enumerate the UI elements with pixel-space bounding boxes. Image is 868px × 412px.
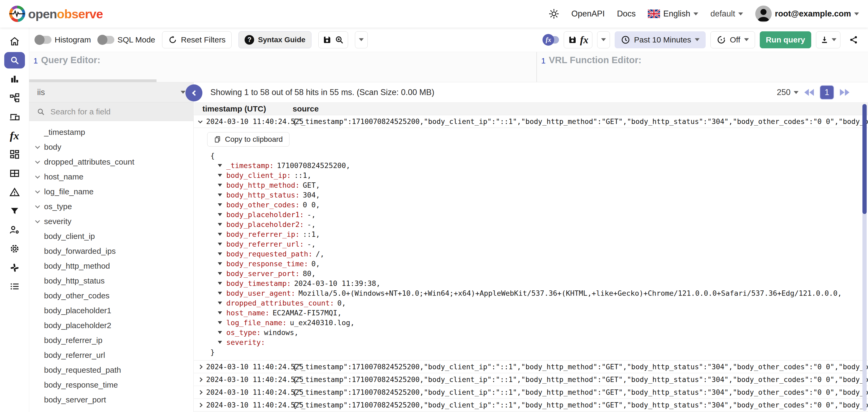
field-item-body_referrer_url[interactable]: body_referrer_url xyxy=(29,348,193,363)
histogram-toggle[interactable]: Histogram xyxy=(35,35,91,44)
field-item-body_forwarded_ips[interactable]: body_forwarded_ips xyxy=(29,244,193,259)
expand-triangle-icon[interactable] xyxy=(218,233,222,236)
expand-triangle-icon[interactable] xyxy=(218,223,222,226)
log-row[interactable]: 2024-03-10 11:40:24.525{"_timestamp":171… xyxy=(194,386,868,399)
field-item-os_type[interactable]: os_type xyxy=(29,199,193,214)
editor-scrollbar[interactable] xyxy=(29,79,156,82)
auto-refresh-button[interactable]: Off xyxy=(710,31,755,48)
user-menu[interactable]: root@example.com xyxy=(755,6,859,22)
share-button[interactable] xyxy=(845,31,862,48)
chevron-right-icon[interactable] xyxy=(194,365,206,369)
first-page-button[interactable] xyxy=(804,89,814,96)
expand-triangle-icon[interactable] xyxy=(218,321,222,324)
field-item-body_requested_path[interactable]: body_requested_path xyxy=(29,363,193,378)
copy-to-clipboard-button[interactable]: Copy to clipboard xyxy=(207,132,289,147)
saved-search-group[interactable] xyxy=(318,31,348,48)
expand-triangle-icon[interactable] xyxy=(218,301,222,304)
expand-triangle-icon[interactable] xyxy=(218,253,222,255)
field-item-dropped_attributes_count[interactable]: dropped_attributes_count xyxy=(29,154,193,169)
expand-triangle-icon[interactable] xyxy=(218,341,222,344)
page-size-select[interactable]: 250 xyxy=(777,88,799,97)
field-item-log_file_name[interactable]: log_file_name xyxy=(29,184,193,199)
saved-search-dropdown[interactable] xyxy=(355,31,368,48)
time-range-button[interactable]: Past 10 Minutes xyxy=(615,31,706,48)
log-row-expanded[interactable]: 2024-03-10 11:40:24.525 {"_timestamp":17… xyxy=(194,115,868,128)
expand-triangle-icon[interactable] xyxy=(218,312,222,314)
field-item-body_http_method[interactable]: body_http_method xyxy=(29,259,193,273)
expand-triangle-icon[interactable] xyxy=(218,184,222,187)
sidebar-item-settings[interactable] xyxy=(0,239,29,258)
chevron-right-icon[interactable] xyxy=(194,404,206,407)
chevron-down-icon[interactable] xyxy=(33,161,41,163)
function-editor-toggle[interactable]: fx xyxy=(544,36,559,43)
query-editor[interactable]: 1 Query Editor: xyxy=(29,52,536,82)
chevron-down-icon[interactable] xyxy=(33,146,41,148)
sidebar-item-logs-search[interactable] xyxy=(0,51,29,69)
field-item-_timestamp[interactable]: _timestamp xyxy=(29,125,193,140)
expand-triangle-icon[interactable] xyxy=(218,262,222,265)
field-item-body[interactable]: body xyxy=(29,140,193,154)
field-item-host_name[interactable]: host_name xyxy=(29,169,193,184)
log-row[interactable]: 2024-03-10 11:40:24.525{"_timestamp":171… xyxy=(194,373,868,386)
sidebar-item-metrics[interactable] xyxy=(0,69,29,88)
sidebar-item-streams[interactable] xyxy=(0,164,29,183)
chevron-down-icon[interactable] xyxy=(33,220,41,223)
sql-mode-toggle[interactable]: SQL Mode xyxy=(98,35,155,44)
vrl-function-editor[interactable]: 1 VRL Function Editor: xyxy=(536,52,868,82)
reset-filters-button[interactable]: Reset Filters xyxy=(162,31,231,48)
chevron-down-icon[interactable] xyxy=(194,120,206,123)
chevron-right-icon[interactable] xyxy=(194,391,206,394)
sidebar-item-iam[interactable] xyxy=(0,220,29,239)
chevron-down-icon[interactable] xyxy=(33,206,41,208)
expand-triangle-icon[interactable] xyxy=(218,213,222,216)
expand-triangle-icon[interactable] xyxy=(218,194,222,197)
field-item-body_referrer_ip[interactable]: body_referrer_ip xyxy=(29,333,193,348)
sidebar-item-alerts[interactable] xyxy=(0,183,29,202)
results-scrollbar-thumb[interactable] xyxy=(862,104,867,214)
chevron-down-icon[interactable] xyxy=(33,176,41,178)
field-item-body_other_codes[interactable]: body_other_codes xyxy=(29,288,193,303)
sidebar-item-slack[interactable] xyxy=(0,258,29,277)
theme-toggle-button[interactable] xyxy=(549,8,559,19)
field-item-severity[interactable]: severity xyxy=(29,214,193,229)
sidebar-item-dashboards[interactable] xyxy=(0,145,29,164)
field-item-body_client_ip[interactable]: body_client_ip xyxy=(29,229,193,244)
expand-triangle-icon[interactable] xyxy=(218,272,222,275)
sidebar-item-rum[interactable] xyxy=(0,107,29,126)
expand-triangle-icon[interactable] xyxy=(218,282,222,285)
openobserve-logo[interactable]: openobserve xyxy=(9,6,103,22)
sidebar-item-traces[interactable] xyxy=(0,88,29,107)
sidebar-item-functions[interactable]: fx xyxy=(0,126,29,145)
log-row[interactable]: 2024-03-10 11:40:24.525{"_timestamp":171… xyxy=(194,360,868,373)
sidebar-item-pipelines[interactable] xyxy=(0,202,29,220)
nav-openapi[interactable]: OpenAPI xyxy=(571,9,605,19)
save-function-group[interactable]: fx xyxy=(564,31,592,48)
language-selector[interactable]: English xyxy=(648,9,698,19)
expand-triangle-icon[interactable] xyxy=(218,203,222,206)
field-item-body_placeholder1[interactable]: body_placeholder1 xyxy=(29,303,193,318)
expand-triangle-icon[interactable] xyxy=(218,174,222,177)
expand-triangle-icon[interactable] xyxy=(218,331,222,334)
field-item-body_response_time[interactable]: body_response_time xyxy=(29,378,193,392)
collapse-fields-button[interactable] xyxy=(185,84,203,101)
expand-triangle-icon[interactable] xyxy=(218,243,222,245)
nav-docs[interactable]: Docs xyxy=(617,9,636,19)
syntax-guide-button[interactable]: ? Syntax Guide xyxy=(239,31,311,48)
page-number[interactable]: 1 xyxy=(820,85,834,99)
run-query-button[interactable]: Run query xyxy=(760,31,811,48)
expand-triangle-icon[interactable] xyxy=(218,292,222,295)
download-button[interactable] xyxy=(816,31,840,48)
field-item-body_server_port[interactable]: body_server_port xyxy=(29,392,193,407)
log-row[interactable]: 2024-03-10 11:40:24.525{"_timestamp":171… xyxy=(194,399,868,411)
sidebar-item-home[interactable] xyxy=(0,32,29,51)
last-page-button[interactable] xyxy=(840,89,849,96)
function-dropdown[interactable] xyxy=(597,31,610,48)
stream-select[interactable]: iis xyxy=(29,82,193,102)
chevron-right-icon[interactable] xyxy=(194,378,206,381)
chevron-down-icon[interactable] xyxy=(33,191,41,193)
field-search-box[interactable]: Search for a field xyxy=(29,102,193,121)
expand-triangle-icon[interactable] xyxy=(218,164,222,167)
org-selector[interactable]: default xyxy=(710,9,743,19)
sidebar-item-about[interactable] xyxy=(0,277,29,296)
field-item-body_placeholder2[interactable]: body_placeholder2 xyxy=(29,318,193,333)
